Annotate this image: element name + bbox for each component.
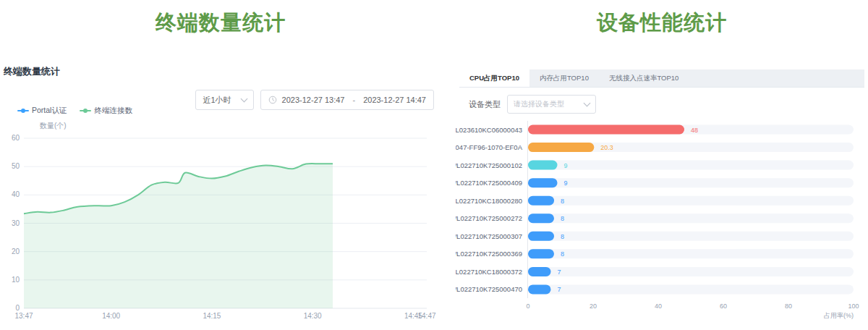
svg-text:0: 0 — [526, 302, 529, 310]
svg-text:30: 30 — [12, 219, 20, 227]
line-chart-legend: Portal认证 终端连接数 — [17, 106, 132, 116]
right-section-heading: 设备性能统计 — [456, 9, 868, 38]
svg-text:13:47: 13:47 — [14, 312, 33, 320]
tab-cpu-usage-top10[interactable]: CPU占用TOP10 — [459, 69, 529, 87]
date-range-end: 2023-12-27 14:47 — [363, 96, 426, 104]
terminal-count-line-chart[interactable]: 0102030405060数量(个)13:4714:0014:1514:3014… — [0, 116, 441, 330]
svg-text:48: 48 — [691, 127, 698, 134]
svg-text:14:00: 14:00 — [102, 312, 120, 320]
svg-text:WL022710K725000102: WL022710K725000102 — [456, 161, 522, 169]
svg-text:WL022710K725000272: WL022710K725000272 — [456, 214, 522, 222]
svg-text:9: 9 — [564, 162, 568, 169]
legend-item-portal[interactable]: Portal认证 — [17, 106, 67, 116]
svg-text:6047-FF96-1070-EF0A: 6047-FF96-1070-EF0A — [456, 143, 523, 151]
device-type-filter: 设备类型 请选择设备类型 — [469, 95, 596, 114]
svg-text:14:30: 14:30 — [304, 312, 322, 320]
svg-text:数量(个): 数量(个) — [39, 122, 67, 130]
dashboard: 终端数量统计 设备性能统计 终端数量统计 近1小时 2023-12-27 13:… — [0, 0, 868, 330]
svg-text:WL022710K725000470: WL022710K725000470 — [456, 285, 522, 293]
svg-text:40: 40 — [12, 190, 20, 198]
device-type-placeholder: 请选择设备类型 — [514, 99, 564, 109]
svg-text:WL022710K725000409: WL022710K725000409 — [456, 179, 522, 187]
svg-text:8: 8 — [561, 250, 564, 258]
svg-text:40: 40 — [655, 302, 662, 310]
legend-item-terminal-connections[interactable]: 终端连接数 — [80, 106, 132, 116]
tab-wireless-ap-rate-top10[interactable]: 无线接入点速率TOP10 — [599, 69, 689, 87]
time-range-value: 近1小时 — [203, 95, 231, 106]
left-section-heading: 终端数量统计 — [0, 9, 441, 38]
time-range-select[interactable]: 近1小时 — [195, 90, 253, 110]
svg-text:10: 10 — [12, 276, 20, 284]
svg-text:14:15: 14:15 — [203, 312, 221, 320]
svg-text:占用率(%): 占用率(%) — [824, 312, 854, 319]
svg-text:9: 9 — [564, 179, 568, 187]
svg-text:8: 8 — [561, 215, 564, 222]
date-range-picker[interactable]: 2023-12-27 13:47 - 2023-12-27 14:47 — [260, 90, 434, 110]
legend-line-dot-icon — [17, 108, 29, 114]
terminal-count-panel-title: 终端数量统计 — [4, 65, 60, 78]
svg-text:14:47: 14:47 — [417, 312, 435, 320]
device-type-label: 设备类型 — [469, 99, 501, 110]
legend-label: Portal认证 — [32, 106, 67, 116]
svg-text:7: 7 — [558, 268, 561, 276]
date-range-separator: - — [349, 96, 358, 104]
date-range-start: 2023-12-27 13:47 — [282, 96, 345, 104]
svg-text:50: 50 — [12, 162, 20, 170]
performance-tabs: CPU占用TOP10 内存占用TOP10 无线接入点速率TOP10 — [459, 69, 864, 88]
chevron-down-icon — [584, 100, 591, 107]
legend-line-dot-icon — [80, 108, 91, 114]
clock-icon — [268, 96, 277, 104]
chevron-down-icon — [240, 96, 247, 103]
svg-text:100: 100 — [848, 302, 859, 310]
device-type-select[interactable]: 请选择设备类型 — [507, 95, 596, 114]
svg-text:8: 8 — [561, 233, 564, 240]
svg-text:80: 80 — [785, 302, 792, 310]
svg-text:20.3: 20.3 — [600, 144, 613, 151]
tab-memory-usage-top10[interactable]: 内存占用TOP10 — [529, 69, 599, 87]
svg-text:WL023610KC06000043: WL023610KC06000043 — [456, 126, 522, 134]
svg-text:0: 0 — [15, 304, 20, 312]
svg-text:20: 20 — [590, 302, 597, 310]
svg-text:7: 7 — [558, 286, 561, 293]
legend-label: 终端连接数 — [94, 106, 132, 116]
svg-text:60: 60 — [720, 302, 727, 310]
svg-text:20: 20 — [12, 248, 20, 255]
svg-text:WL022710KC18000280: WL022710KC18000280 — [456, 197, 522, 205]
svg-text:WL022710K725000307: WL022710K725000307 — [456, 232, 522, 240]
svg-text:60: 60 — [12, 134, 20, 142]
svg-text:WL022710KC18000372: WL022710KC18000372 — [456, 268, 522, 276]
cpu-usage-bar-chart[interactable]: WL023610KC06000043486047-FF96-1070-EF0A2… — [456, 116, 868, 330]
svg-text:WL022710K725000369: WL022710K725000369 — [456, 250, 522, 258]
svg-text:8: 8 — [561, 198, 564, 205]
